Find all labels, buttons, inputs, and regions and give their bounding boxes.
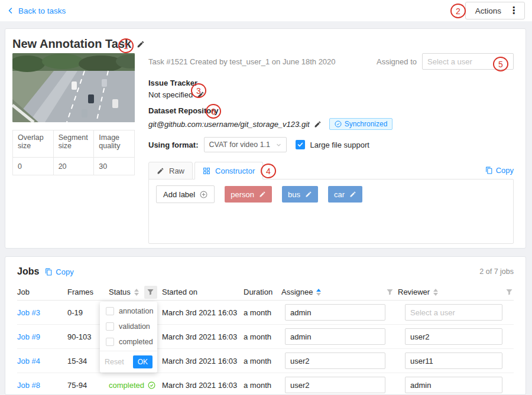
tab-raw-label: Raw [169, 167, 184, 175]
copy-icon [485, 167, 493, 174]
copy-icon [45, 268, 53, 276]
checkbox-annotation[interactable] [106, 307, 114, 315]
label-tag-person[interactable]: person [225, 186, 272, 203]
label-tag-person-name: person [231, 190, 254, 199]
jobs-card: Jobs Copy 2 of 7 jobs Job Frames Status … [5, 256, 526, 395]
labels-copy-label: Copy [496, 166, 514, 175]
label-tag-bus-name: bus [288, 190, 300, 199]
edit-title-icon[interactable] [137, 40, 145, 48]
task-parameters-table: Overlap size Segment size Image quality … [12, 130, 135, 175]
add-label-button[interactable]: Add label [156, 185, 215, 203]
started-cell: March 3rd 2021 16:03 [162, 381, 244, 390]
chevron-left-icon [7, 7, 14, 14]
started-cell: March 3rd 2021 16:03 [162, 357, 244, 365]
checkbox-completed[interactable] [106, 338, 114, 346]
column-header-job: Job [17, 288, 67, 296]
assignee-filter-icon[interactable] [387, 289, 393, 295]
param-value-overlap: 0 [13, 158, 54, 175]
format-select[interactable]: CVAT for video 1.1 [204, 137, 287, 152]
back-to-tasks-label: Back to tasks [18, 6, 66, 15]
assignee-input[interactable] [285, 377, 385, 393]
label-tag-car[interactable]: car [328, 186, 362, 203]
column-header-duration: Duration [244, 288, 281, 296]
task-title: New Annotation Task [12, 37, 131, 51]
dataset-repository-label: Dataset Repository [148, 106, 514, 115]
back-to-tasks-link[interactable]: Back to tasks [7, 6, 66, 15]
param-value-segment: 20 [53, 158, 94, 175]
param-header-overlap: Overlap size [13, 130, 54, 158]
edit-repository-icon[interactable] [314, 120, 322, 128]
duration-cell: a month [244, 308, 281, 317]
started-cell: March 3rd 2021 16:03 [162, 308, 244, 317]
assignee-input[interactable] [285, 328, 385, 345]
actions-label: Actions [475, 6, 501, 15]
param-header-segment: Segment size [53, 130, 94, 158]
job-link[interactable]: Job #4 [17, 357, 40, 365]
param-header-quality: Image quality [94, 130, 135, 158]
job-link[interactable]: Job #9 [17, 332, 40, 341]
column-header-frames: Frames [67, 288, 109, 296]
column-header-reviewer: Reviewer [398, 288, 514, 296]
tab-constructor[interactable]: Constructor [194, 162, 263, 179]
table-row: Job #4 15-34 March 3rd 2021 16:03 a mont… [17, 349, 514, 373]
task-meta: Task #1521 Created by test_user_1 on Jun… [148, 57, 336, 66]
filter-option-validation[interactable]: validation [100, 319, 157, 334]
job-link[interactable]: Job #8 [17, 381, 40, 390]
sync-status-badge: Synchronized [329, 118, 393, 130]
reviewer-sort-icon[interactable] [433, 289, 438, 296]
task-details-card: New Annotation Task [5, 28, 526, 249]
job-link[interactable]: Job #3 [17, 308, 40, 317]
using-format-label: Using format: [148, 141, 199, 149]
callout-5: 5 [493, 57, 508, 71]
column-header-status: Status [109, 286, 162, 299]
assignee-sort-icon[interactable] [316, 289, 321, 296]
add-label-label: Add label [163, 190, 195, 199]
status-sort-icon[interactable] [134, 289, 139, 296]
jobs-count: 2 of 7 jobs [479, 267, 514, 276]
jobs-copy-button[interactable]: Copy [45, 267, 73, 276]
assignee-input[interactable] [285, 304, 385, 321]
edit-label-icon[interactable] [305, 191, 312, 198]
jobs-table-header: Job Frames Status Started on Duration As… [17, 284, 514, 301]
large-file-support-checkbox[interactable] [296, 140, 305, 149]
column-header-assignee: Assignee [281, 288, 398, 296]
reviewer-input[interactable] [405, 328, 502, 345]
edit-label-icon[interactable] [259, 191, 266, 198]
labels-constructor-panel: Add label person bus [148, 179, 514, 244]
checkbox-validation[interactable] [106, 322, 114, 331]
duration-cell: a month [244, 332, 281, 341]
check-circle-icon [148, 381, 155, 389]
labels-copy-button[interactable]: Copy [485, 166, 514, 175]
actions-button[interactable]: Actions ⋮ [465, 2, 525, 19]
reviewer-filter-icon[interactable] [506, 289, 512, 295]
more-menu-icon: ⋮ [509, 6, 518, 15]
tab-constructor-label: Constructor [215, 167, 255, 175]
task-preview-image [12, 53, 135, 122]
filter-reset-button[interactable]: Reset [105, 358, 124, 366]
filter-option-completed[interactable]: completed [100, 334, 157, 350]
reviewer-input[interactable] [405, 304, 502, 321]
jobs-copy-label: Copy [56, 267, 73, 276]
callout-1: 1 [118, 38, 134, 53]
label-tag-bus[interactable]: bus [282, 186, 318, 203]
grid-icon [203, 167, 210, 175]
duration-cell: a month [244, 357, 281, 365]
large-file-support-label: Large file support [310, 141, 369, 149]
callout-2: 2 [450, 4, 466, 18]
status-filter-dropdown: annotation validation completed Reset OK [100, 302, 157, 373]
table-row: Job #9 90-103 March 3rd 2021 16:03 a mon… [17, 325, 514, 349]
assignee-input[interactable] [285, 352, 385, 369]
started-cell: March 3rd 2021 16:03 [162, 332, 244, 341]
status-filter-icon[interactable] [144, 286, 157, 299]
filter-option-annotation[interactable]: annotation [100, 303, 157, 319]
chevron-down-icon [276, 142, 281, 148]
dataset-repository-url: git@github.com:username/git_storage_v123… [148, 120, 310, 129]
reviewer-input[interactable] [405, 377, 502, 393]
reviewer-input[interactable] [405, 352, 502, 369]
filter-ok-button[interactable]: OK [133, 355, 153, 368]
callout-4: 4 [261, 164, 276, 178]
status-cell: completed [109, 381, 162, 390]
edit-label-icon[interactable] [349, 191, 356, 198]
tab-raw[interactable]: Raw [148, 162, 193, 179]
label-tag-car-name: car [334, 190, 345, 199]
